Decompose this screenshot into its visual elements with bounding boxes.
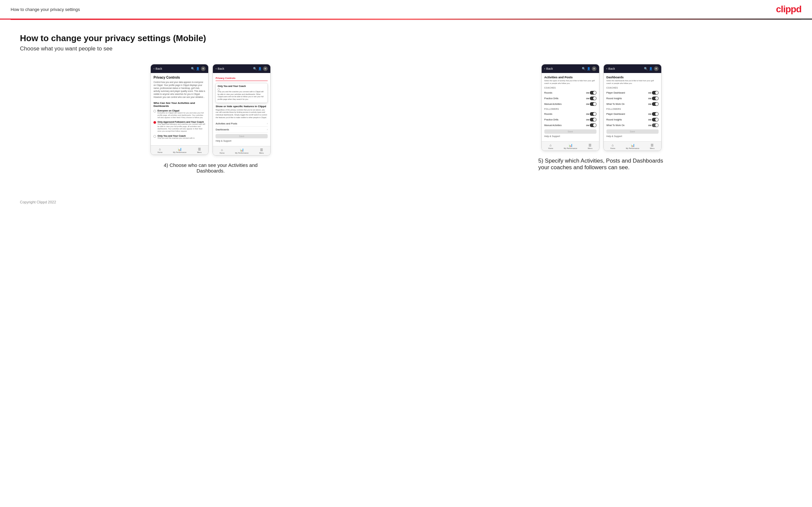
nav-menu-label-4: Menu xyxy=(650,147,655,149)
on-text-cr: ON xyxy=(586,92,589,94)
toggle-coaches-drills-switch[interactable]: ON xyxy=(586,97,597,100)
toggle-followers-work-on-switch[interactable]: ON xyxy=(648,123,659,127)
nav-performance-4[interactable]: 📊 My Performance xyxy=(626,143,639,149)
followers-label-4: FOLLOWERS xyxy=(606,108,659,110)
switch-followers-work-on[interactable] xyxy=(652,123,659,127)
switch-followers-rounds[interactable] xyxy=(590,112,597,116)
phone-body-1: Privacy Controls Control how you and you… xyxy=(151,73,208,144)
bottom-nav-3: ⌂ Home 📊 My Performance ☰ Menu xyxy=(542,142,599,151)
settings-icon-3[interactable]: ⊕ xyxy=(592,66,597,71)
switch-coaches-manual[interactable] xyxy=(590,102,597,106)
toggle-coaches-drills[interactable]: Practice Drills ON xyxy=(544,96,597,101)
top-bar: How to change your privacy settings clip… xyxy=(0,0,812,19)
toggle-followers-player-dash-switch[interactable]: ON xyxy=(648,112,659,116)
phone-header-2: ‹ Back 🔍 👤 ⊕ xyxy=(213,64,270,73)
phone-back-btn-4[interactable]: ‹ Back xyxy=(606,67,615,70)
popup-radio-circle xyxy=(217,88,220,91)
toggle-coaches-manual-switch[interactable]: ON xyxy=(586,102,597,106)
coaches-label-4: COACHES xyxy=(606,87,659,89)
radio-coach-text: Only You and Your Coach Only you and the… xyxy=(157,135,195,139)
phone-header-4: ‹ Back 🔍 👤 ⊕ xyxy=(604,64,661,73)
screenshot-group-right: ‹ Back 🔍 👤 ⊕ Activities and Posts Select… xyxy=(411,64,793,171)
chevron-dashboards: › xyxy=(267,128,268,131)
search-icon-4[interactable]: 🔍 xyxy=(644,67,648,70)
settings-icon-4[interactable]: ⊕ xyxy=(654,66,659,71)
search-icon-1[interactable]: 🔍 xyxy=(191,67,195,70)
menu-icon-4: ☰ xyxy=(651,143,654,147)
nav-home-4[interactable]: ⌂ Home xyxy=(610,143,615,149)
activities-desc: Select the types of activity that you'd … xyxy=(544,79,597,84)
privacy-controls-tab[interactable]: Privacy Controls xyxy=(215,76,236,80)
toggle-followers-rounds[interactable]: Rounds ON xyxy=(544,111,597,117)
phone-back-btn-3[interactable]: ‹ Back xyxy=(544,67,553,70)
nav-menu-label-1: Menu xyxy=(197,151,202,153)
toggle-coaches-round-insights-switch[interactable]: ON xyxy=(648,97,659,100)
radio-option-everyone[interactable]: Everyone on Clippd Everyone on Clippd ca… xyxy=(153,110,206,119)
toggle-coaches-player-dash[interactable]: Player Dashboard ON xyxy=(606,90,659,96)
nav-menu-4[interactable]: ☰ Menu xyxy=(650,143,655,149)
toggle-coaches-round-insights-label: Round Insights xyxy=(606,97,622,100)
help-label-2: Help & Support xyxy=(215,140,268,142)
nav-home-3[interactable]: ⌂ Home xyxy=(548,143,553,149)
toggle-coaches-manual[interactable]: Manual Activities ON xyxy=(544,101,597,107)
switch-coaches-player-dash[interactable] xyxy=(652,91,659,95)
nav-menu-1[interactable]: ☰ Menu xyxy=(197,147,202,153)
nav-performance-1[interactable]: 📊 My Performance xyxy=(173,147,186,153)
toggle-coaches-work-on-switch[interactable]: ON xyxy=(648,102,659,106)
switch-followers-player-dash[interactable] xyxy=(652,112,659,116)
settings-icon-2[interactable]: ⊕ xyxy=(263,66,268,71)
toggle-followers-player-dash[interactable]: Player Dashboard ON xyxy=(606,111,659,117)
switch-coaches-work-on[interactable] xyxy=(652,102,659,106)
bottom-nav-1: ⌂ Home 📊 My Performance ☰ Menu xyxy=(151,145,208,155)
radio-option-followers[interactable]: Only Approved Followers and Your Coach O… xyxy=(153,121,206,133)
switch-coaches-rounds[interactable] xyxy=(590,91,597,95)
search-icon-2[interactable]: 🔍 xyxy=(253,67,257,70)
search-icon-3[interactable]: 🔍 xyxy=(582,67,586,70)
switch-followers-manual[interactable] xyxy=(590,123,597,127)
toggle-followers-manual-switch[interactable]: ON xyxy=(586,123,597,127)
save-button-3[interactable]: Save xyxy=(544,129,597,134)
home-icon-4: ⌂ xyxy=(612,143,614,147)
radio-coach-only[interactable] xyxy=(153,135,156,138)
menu-icon-3: ☰ xyxy=(589,143,592,147)
save-button-2[interactable]: Save xyxy=(215,134,268,138)
nav-menu-2[interactable]: ☰ Menu xyxy=(259,148,264,154)
toggle-coaches-rounds-switch[interactable]: ON xyxy=(586,91,597,95)
switch-coaches-drills[interactable] xyxy=(590,97,597,100)
switch-followers-round-insights[interactable] xyxy=(652,118,659,121)
radio-everyone[interactable] xyxy=(153,110,156,112)
toggle-coaches-work-on[interactable]: What To Work On ON xyxy=(606,101,659,107)
caption-2: 5) Specify which Activities, Posts and D… xyxy=(538,158,671,171)
nav-menu-3[interactable]: ☰ Menu xyxy=(588,143,593,149)
toggle-followers-manual[interactable]: Manual Activities ON xyxy=(544,122,597,128)
phone-back-btn-2[interactable]: ‹ Back xyxy=(215,67,224,70)
on-text-cm: ON xyxy=(586,103,589,105)
nav-home-1[interactable]: ⌂ Home xyxy=(157,147,162,153)
toggle-followers-rounds-switch[interactable]: ON xyxy=(586,112,597,116)
switch-coaches-round-insights[interactable] xyxy=(652,97,659,100)
menu-item-activities[interactable]: Activities and Posts › xyxy=(215,121,268,127)
chart-icon-1: 📊 xyxy=(178,147,182,151)
toggle-coaches-round-insights[interactable]: Round Insights ON xyxy=(606,96,659,101)
switch-followers-drills[interactable] xyxy=(590,118,597,121)
nav-performance-3[interactable]: 📊 My Performance xyxy=(564,143,577,149)
toggle-coaches-player-dash-switch[interactable]: ON xyxy=(648,91,659,95)
nav-menu-label-2: Menu xyxy=(259,152,264,154)
radio-option-coach-only[interactable]: Only You and Your Coach Only you and the… xyxy=(153,135,206,139)
nav-performance-2[interactable]: 📊 My Performance xyxy=(235,148,248,154)
screenshot-group-left: ‹ Back 🔍 👤 ⊕ Privacy Controls Control ho… xyxy=(20,64,402,174)
settings-icon-1[interactable]: ⊕ xyxy=(201,66,206,71)
toggle-followers-round-insights[interactable]: Round Insights ON xyxy=(606,117,659,122)
menu-item-dashboards[interactable]: Dashboards › xyxy=(215,127,268,133)
nav-home-2[interactable]: ⌂ Home xyxy=(219,148,224,154)
save-button-4[interactable]: Save xyxy=(606,129,659,134)
toggle-coaches-rounds[interactable]: Rounds ON xyxy=(544,90,597,96)
toggle-followers-drills-switch[interactable]: ON xyxy=(586,118,597,121)
toggle-followers-work-on[interactable]: What To Work On ON xyxy=(606,122,659,128)
nav-menu-label-3: Menu xyxy=(588,147,593,149)
toggle-followers-work-on-label: What To Work On xyxy=(606,124,625,126)
radio-followers[interactable] xyxy=(153,121,156,124)
toggle-followers-round-insights-switch[interactable]: ON xyxy=(648,118,659,121)
toggle-followers-drills[interactable]: Practice Drills ON xyxy=(544,117,597,122)
phone-back-btn-1[interactable]: ‹ Back xyxy=(153,67,162,70)
